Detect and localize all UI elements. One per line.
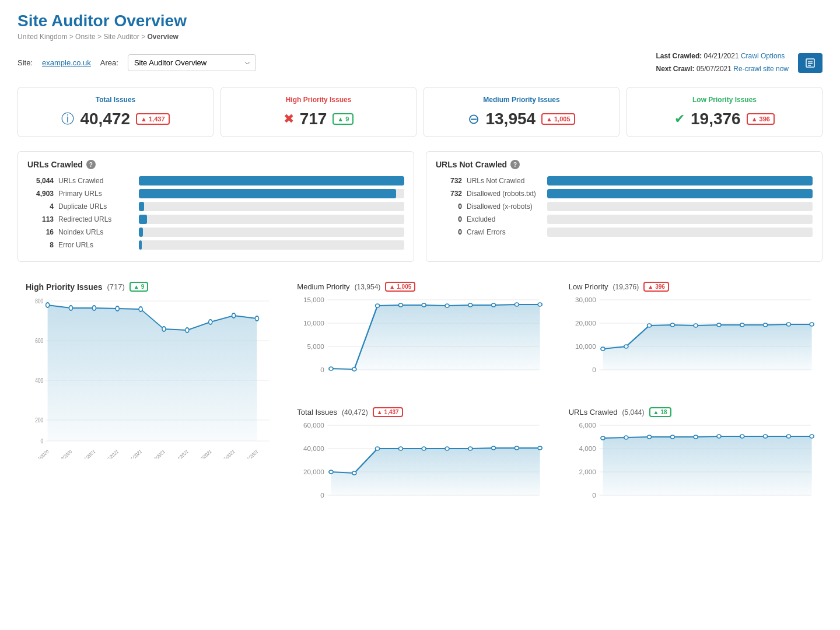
recrawl-link[interactable]: Re-crawl site now — [733, 65, 789, 73]
url-row: 0 Crawl Errors — [436, 228, 813, 237]
url-row: 113 Redirected URLs — [27, 215, 404, 224]
svg-text:6,000: 6,000 — [579, 422, 596, 429]
bar-fill — [139, 228, 143, 237]
area-select[interactable]: Site Auditor Overview — [128, 54, 256, 71]
up-arrow-icon: ▲ — [141, 116, 147, 123]
total-icon: ⓘ — [61, 110, 74, 128]
site-link[interactable]: example.co.uk — [42, 58, 91, 67]
card-total-badge: ▲ 1,437 — [136, 113, 169, 125]
svg-text:40,000: 40,000 — [303, 446, 324, 452]
card-total: Total Issues ⓘ 40,472 ▲ 1,437 — [18, 87, 214, 137]
high-chart-count: (717) — [107, 282, 124, 291]
svg-point-83 — [624, 345, 628, 348]
bar-track — [139, 189, 404, 198]
svg-text:20,000: 20,000 — [303, 469, 324, 475]
svg-point-107 — [740, 435, 744, 438]
urls-crawled-title: URLs Crawled ? — [27, 160, 404, 169]
url-label: Disallowed (x-robots) — [467, 202, 542, 211]
bar-fill — [139, 176, 404, 186]
svg-point-72 — [538, 446, 542, 450]
total-issues-svg: 60,000 40,000 20,000 0 — [297, 419, 542, 510]
breadcrumb-uk: United Kingdom — [18, 33, 67, 41]
svg-point-65 — [376, 447, 380, 450]
card-low-number: 19,376 — [691, 110, 741, 128]
svg-text:20,000: 20,000 — [575, 320, 596, 327]
bar-track — [139, 215, 404, 224]
high-priority-svg: 800 600 400 200 0 — [26, 295, 271, 459]
bar-fill — [139, 202, 144, 211]
url-row: 0 Excluded — [436, 215, 813, 224]
svg-point-105 — [694, 435, 698, 439]
card-high: High Priority Issues ✖ 717 ▲ 9 — [220, 87, 416, 137]
urls-not-crawled-help-icon[interactable]: ? — [510, 160, 520, 169]
url-label: Redirected URLs — [58, 215, 134, 223]
svg-point-23 — [232, 313, 236, 318]
card-high-value-row: ✖ 717 ▲ 9 — [230, 110, 407, 128]
bar-fill — [139, 240, 142, 250]
svg-text:03/04/2021: 03/04/2021 — [170, 448, 190, 459]
svg-text:01/31/2021: 01/31/2021 — [124, 448, 143, 459]
medium-icon: ⊖ — [468, 111, 480, 127]
urls-crawled-box: URLs Crawled ? 5,044 URLs Crawled 4,903 … — [18, 151, 414, 262]
low-priority-svg: 30,000 20,000 10,000 0 — [569, 294, 814, 384]
bar-track — [547, 202, 813, 211]
crawl-options-link[interactable]: Crawl Options — [741, 52, 785, 60]
card-low-title: Low Priority Issues — [636, 96, 813, 104]
svg-text:10,000: 10,000 — [575, 344, 596, 350]
svg-text:01/15/2021: 01/15/2021 — [100, 448, 120, 459]
urls-crawled-chart-badge: ▲ 18 — [649, 407, 671, 417]
svg-point-15 — [46, 303, 50, 307]
url-num: 113 — [27, 215, 54, 223]
total-chart-title: Total Issues — [297, 408, 337, 416]
urls-crawled-help-icon[interactable]: ? — [86, 160, 96, 169]
svg-point-53 — [538, 303, 542, 306]
urls-not-crawled-rows: 732 URLs Not Crawled 732 Disallowed (rob… — [436, 176, 813, 237]
svg-point-91 — [810, 323, 814, 326]
up-arrow-icon: ▲ — [377, 409, 383, 415]
svg-text:400: 400 — [35, 377, 43, 384]
card-medium-badge: ▲ 1,005 — [541, 113, 575, 125]
svg-point-69 — [468, 447, 473, 450]
export-button[interactable] — [798, 53, 822, 73]
svg-point-109 — [786, 435, 790, 438]
svg-text:04/05/2021: 04/05/2021 — [217, 448, 236, 459]
high-chart-area: 800 600 400 200 0 — [26, 295, 271, 460]
card-total-number: 40,472 — [80, 110, 130, 128]
low-icon: ✔ — [674, 111, 685, 127]
svg-text:10,000: 10,000 — [303, 320, 324, 327]
svg-point-68 — [445, 447, 449, 450]
urls-crawled-chart-header: URLs Crawled (5,044) ▲ 18 — [569, 407, 814, 417]
url-row: 16 Noindex URLs — [27, 228, 404, 237]
card-medium-value-row: ⊖ 13,954 ▲ 1,005 — [433, 110, 610, 128]
card-high-number: 717 — [300, 110, 327, 128]
url-num: 5,044 — [27, 177, 54, 185]
svg-point-87 — [717, 323, 721, 327]
bar-track — [139, 228, 404, 237]
svg-point-19 — [139, 307, 142, 312]
svg-point-108 — [763, 435, 767, 438]
breadcrumb-siteauditor: Site Auditor — [103, 33, 139, 41]
svg-point-104 — [670, 435, 674, 439]
low-chart-count: (19,376) — [613, 283, 639, 291]
svg-marker-100 — [603, 436, 811, 495]
svg-point-17 — [92, 306, 96, 310]
url-num: 0 — [436, 202, 462, 211]
bar-track — [547, 228, 813, 237]
urls-not-crawled-box: URLs Not Crawled ? 732 URLs Not Crawled … — [426, 151, 822, 262]
svg-point-84 — [647, 324, 651, 327]
bar-fill — [547, 189, 813, 198]
medium-chart-title: Medium Priority — [297, 282, 349, 291]
svg-text:600: 600 — [35, 337, 43, 344]
url-row: 0 Disallowed (x-robots) — [436, 202, 813, 211]
url-num: 732 — [436, 190, 462, 198]
urls-crawled-svg: 6,000 4,000 2,000 0 — [569, 419, 814, 510]
up-arrow-icon: ▲ — [751, 116, 758, 123]
svg-rect-0 — [806, 59, 814, 67]
svg-point-22 — [209, 320, 212, 324]
card-high-badge: ▲ 9 — [332, 113, 354, 125]
svg-point-51 — [492, 303, 496, 307]
card-low-badge: ▲ 396 — [747, 113, 775, 125]
svg-text:0: 0 — [592, 367, 596, 373]
url-row: 732 URLs Not Crawled — [436, 176, 813, 186]
url-label: Excluded — [467, 215, 542, 223]
